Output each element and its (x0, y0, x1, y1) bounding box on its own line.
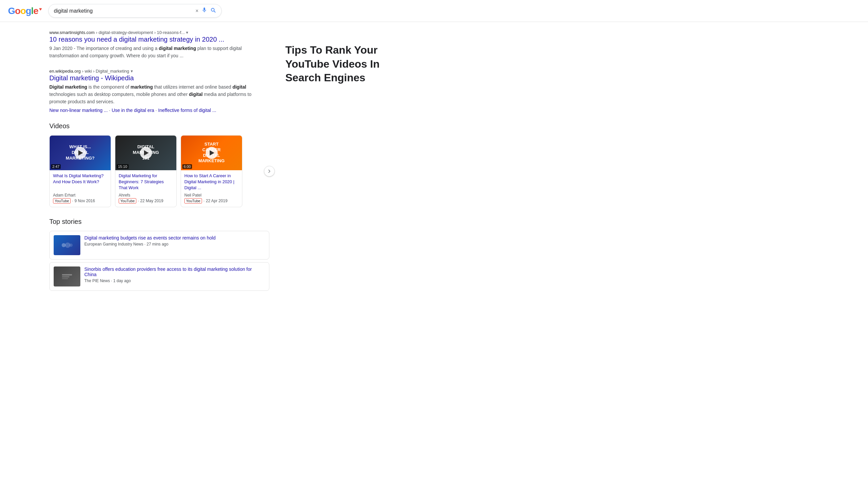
video-thumbnail-1: WHAT IS...DIGITALMARKETING? 2:47 (50, 136, 111, 170)
play-button-1[interactable] (74, 147, 86, 159)
story-title-1[interactable]: Digital marketing budgets rise as events… (84, 235, 265, 241)
video-card-3[interactable]: STARTCAREERDIGITALMARKETING 6:00 How to … (181, 135, 242, 208)
result-domain: www.smartinsights.com (49, 30, 95, 35)
youtube-badge-2[interactable]: YouTube (119, 198, 136, 204)
story-image-1 (53, 235, 80, 255)
story-content-2: Sinorbis offers education providers free… (84, 267, 265, 287)
video-date-val-3: 22 Apr 2019 (206, 198, 228, 203)
video-info-1: What Is Digital Marketing? And How Does … (50, 170, 111, 207)
videos-row-wrapper: WHAT IS...DIGITALMARKETING? 2:47 What Is… (49, 135, 269, 208)
result-smartinsights: www.smartinsights.com › digital-strategy… (49, 30, 269, 59)
youtube-badge-3[interactable]: YouTube (184, 198, 202, 204)
sitelink-1[interactable]: New non-linear marketing ... (49, 108, 108, 113)
result-wikipedia: en.wikipedia.org › wiki › Digital_market… (49, 69, 269, 113)
videos-section: Videos WHAT IS...DIGITALMARKETING? 2:47 (49, 122, 269, 208)
video-thumbnail-2: DIGITALMARKETING101 15:10 (115, 136, 176, 170)
main-layout: www.smartinsights.com › digital-strategy… (0, 22, 868, 302)
video-info-2: Digital Marketing for Beginners: 7 Strat… (115, 170, 176, 207)
sitelinks: New non-linear marketing ... · Use in th… (49, 108, 269, 113)
video-duration-1: 2:47 (51, 164, 61, 169)
story-source-1: European Gaming Industry News · 27 mins … (84, 242, 265, 246)
play-button-2[interactable] (140, 147, 152, 159)
search-input[interactable] (54, 8, 193, 14)
video-title-3[interactable]: How to Start A Career in Digital Marketi… (184, 173, 239, 191)
video-date-val-2: 22 May 2019 (140, 198, 163, 203)
right-panel: Tips To Rank Your YouTube Videos In Sear… (285, 30, 412, 293)
result-snippet-smartinsights: 9 Jan 2020 - The importance of creating … (49, 45, 269, 59)
result-snippet-wikipedia: Digital marketing is the component of ma… (49, 83, 269, 105)
result-url-smartinsights: www.smartinsights.com › digital-strategy… (49, 30, 269, 35)
story-title-2[interactable]: Sinorbis offers education providers free… (84, 267, 265, 277)
video-meta-2: YouTube · 22 May 2019 (119, 198, 173, 204)
mic-icon[interactable] (201, 7, 207, 15)
video-author-2: Ahrefs (119, 193, 173, 197)
svg-rect-4 (62, 276, 69, 278)
story-card-1[interactable]: Digital marketing budgets rise as events… (49, 231, 269, 259)
result-path-wiki: › wiki › Digital_marketing (82, 69, 129, 74)
video-card-1[interactable]: WHAT IS...DIGITALMARKETING? 2:47 What Is… (49, 135, 111, 208)
result-domain-wiki: en.wikipedia.org (49, 69, 81, 74)
dropdown-arrow[interactable]: ▾ (186, 30, 188, 35)
video-meta-3: YouTube · 22 Apr 2019 (184, 198, 239, 204)
video-thumbnail-3: STARTCAREERDIGITALMARKETING 6:00 (181, 136, 242, 170)
play-button-3[interactable] (206, 147, 218, 159)
play-triangle-2 (144, 150, 148, 156)
svg-rect-5 (62, 278, 68, 279)
top-stories-section: Top stories Digital marketing budgets ri… (49, 218, 269, 291)
result-title-wikipedia[interactable]: Digital marketing - Wikipedia (49, 74, 269, 82)
story-card-2[interactable]: Sinorbis offers education providers free… (49, 262, 269, 291)
play-triangle-3 (210, 150, 214, 156)
video-author-3: Neil Patel (184, 193, 239, 197)
video-meta-1: YouTube · 9 Nov 2016 (53, 198, 107, 204)
story-image-2 (53, 267, 80, 287)
result-path: › digital-strategy-development › 10-reas… (96, 30, 185, 35)
sitelink-2[interactable]: Use in the digital era (112, 108, 154, 113)
video-card-2[interactable]: DIGITALMARKETING101 15:10 Digital Market… (115, 135, 177, 208)
svg-point-2 (69, 244, 73, 247)
header: Google ♥ × (0, 0, 868, 22)
video-dot-3: · (203, 198, 204, 203)
story-source-2: The PIE News · 1 day ago (84, 279, 265, 283)
top-stories-title: Top stories (49, 218, 269, 226)
search-button[interactable] (210, 7, 216, 15)
result-title-smartinsights[interactable]: 10 reasons you need a digital marketing … (49, 36, 269, 43)
google-logo: Google ♥ (8, 6, 43, 16)
videos-container: WHAT IS...DIGITALMARKETING? 2:47 What Is… (49, 135, 242, 208)
sitelink-sep-1: · (109, 108, 110, 113)
play-triangle-1 (78, 150, 83, 156)
videos-title: Videos (49, 122, 269, 130)
result-url-wikipedia: en.wikipedia.org › wiki › Digital_market… (49, 69, 269, 74)
clear-icon[interactable]: × (195, 8, 198, 14)
story-content-1: Digital marketing budgets rise as events… (84, 235, 265, 255)
video-duration-3: 6:00 (182, 164, 192, 169)
video-date-1: · (72, 198, 73, 203)
right-panel-title: Tips To Rank Your YouTube Videos In Sear… (285, 43, 412, 85)
sitelink-3[interactable]: Ineffective forms of digital ... (158, 108, 216, 113)
video-author-1: Adam Erhart (53, 193, 107, 197)
svg-rect-3 (62, 274, 72, 276)
carousel-next-arrow[interactable] (264, 166, 275, 177)
video-info-3: How to Start A Career in Digital Marketi… (181, 170, 242, 207)
left-content: www.smartinsights.com › digital-strategy… (49, 30, 269, 293)
search-bar: × (48, 4, 222, 18)
video-duration-2: 15:10 (117, 164, 129, 169)
dropdown-arrow-wiki[interactable]: ▾ (131, 69, 133, 74)
video-date-val-1: 9 Nov 2016 (75, 198, 95, 203)
sitelink-sep-2: · (156, 108, 157, 113)
video-title-2[interactable]: Digital Marketing for Beginners: 7 Strat… (119, 173, 173, 191)
youtube-badge-1[interactable]: YouTube (53, 198, 71, 204)
logo-heart: ♥ (39, 6, 41, 12)
video-title-1[interactable]: What Is Digital Marketing? And How Does … (53, 173, 107, 191)
video-dot-2: · (138, 198, 139, 203)
